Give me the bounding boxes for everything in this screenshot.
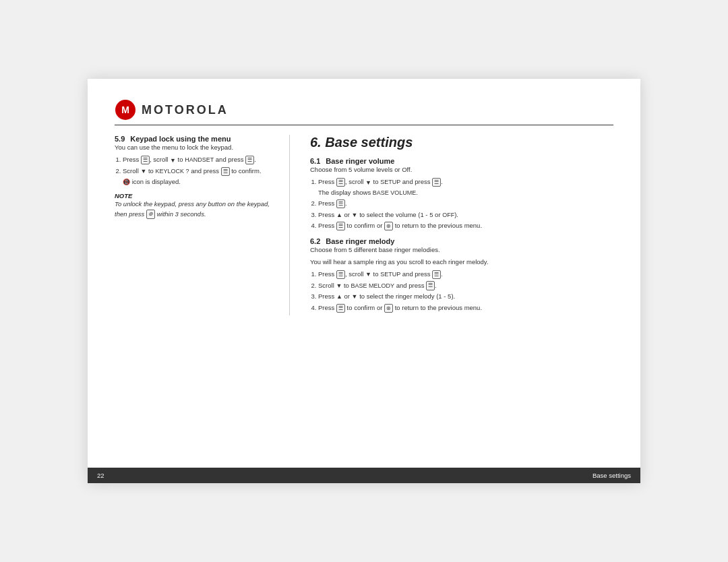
step-6-1-3: Press ▲ or ▼ to select the volume (1 - 5… [318, 210, 613, 220]
step-2-text: Scroll ▼ to KEYLOCK ? and press ☰ to con… [123, 167, 262, 185]
step-1: Press ☰, scroll ▼ to HANDSET and press ☰… [123, 154, 273, 165]
motorola-icon: M [115, 99, 136, 121]
logo-area: M MOTOROLA [115, 99, 613, 125]
step-6-1-4: Press ☰ to confirm or ⊛ to return to the… [318, 220, 613, 230]
scroll-icon-2: ▼ [140, 166, 146, 176]
btn-6-2-4: ☰ [336, 304, 345, 313]
btn-6-1-4b: ⊛ [384, 222, 393, 230]
section-6-2-intro2: You will hear a sample ring as you scrol… [310, 257, 613, 267]
section-6-2: 6.2 Base ringer melody Choose from 5 dif… [310, 237, 613, 313]
btn-6-1-1: ☰ [336, 178, 345, 187]
btn-6-2-1b: ☰ [432, 270, 441, 279]
section-6-1-heading: 6.1 Base ringer volume [310, 157, 613, 165]
btn-6-1-2: ☰ [336, 199, 345, 208]
step-1-text: Press ☰, scroll ▼ to HANDSET and press ☰… [123, 156, 256, 163]
two-column-layout: 5.9 Keypad lock using the menu You can u… [115, 135, 613, 315]
step-6-2-2: Scroll ▼ to BASE MELODY and press ☰. [318, 280, 613, 291]
step-6-2-4: Press ☰ to confirm or ⊛ to return to the… [318, 303, 613, 313]
btn-6-1-4: ☰ [336, 222, 345, 230]
page-footer: 22 Base settings [88, 468, 640, 483]
section-6-1-intro: Choose from 5 volume levels or Off. [310, 165, 613, 175]
section-6-2-intro: Choose from 5 different base ringer melo… [310, 245, 613, 255]
page-container: M MOTOROLA 5.9 Keypad lock using the men… [88, 79, 640, 483]
motorola-logo: M MOTOROLA [115, 99, 229, 121]
section-6-1-steps: Press ☰, scroll ▼ to SETUP and press ☰. … [310, 177, 613, 230]
note-box: NOTE To unlock the keypad, press any but… [115, 192, 273, 219]
step-6-1-1: Press ☰, scroll ▼ to SETUP and press ☰. … [318, 177, 613, 197]
page-content: M MOTOROLA 5.9 Keypad lock using the men… [88, 79, 640, 468]
btn-6-2-2: ☰ [426, 281, 435, 290]
main-section-title: 6. Base settings [310, 135, 613, 150]
step-2: Scroll ▼ to KEYLOCK ? and press ☰ to con… [123, 166, 273, 187]
note-text: To unlock the keypad, press any button o… [115, 199, 273, 219]
section-6-1: 6.1 Base ringer volume Choose from 5 vol… [310, 157, 613, 230]
step-6-1-2: Press ☰. [318, 198, 613, 208]
phone-icon: 📵 [123, 177, 130, 187]
logo-text: MOTOROLA [142, 103, 229, 117]
ok-btn-2: ☰ [221, 167, 230, 176]
section-6-2-steps: Press ☰, scroll ▼ to SETUP and press ☰. … [310, 269, 613, 313]
steps-list: Press ☰, scroll ▼ to HANDSET and press ☰… [115, 154, 273, 187]
btn-6-2-4b: ⊛ [384, 304, 393, 313]
special-btn: ⊛ [146, 210, 155, 218]
scroll-icon: ▼ [170, 156, 176, 165]
left-column: 5.9 Keypad lock using the menu You can u… [115, 135, 290, 315]
section-6-2-heading: 6.2 Base ringer melody [310, 237, 613, 245]
footer-page-number: 22 [97, 472, 104, 479]
ok-btn: ☰ [245, 156, 254, 164]
svg-text:M: M [121, 104, 129, 115]
btn-6-2-1: ☰ [336, 270, 345, 279]
section-5-9-intro: You can use the menu to lock the keypad. [115, 143, 273, 152]
btn-6-1-1b: ☰ [432, 178, 441, 187]
right-column: 6. Base settings 6.1 Base ringer volume … [310, 135, 613, 315]
menu-btn: ☰ [141, 156, 150, 164]
footer-section-label: Base settings [593, 472, 631, 479]
step-6-2-1: Press ☰, scroll ▼ to SETUP and press ☰. [318, 269, 613, 280]
note-title: NOTE [115, 192, 273, 199]
section-5-9-heading: 5.9 Keypad lock using the menu [115, 135, 273, 143]
step-6-2-3: Press ▲ or ▼ to select the ringer melody… [318, 291, 613, 302]
